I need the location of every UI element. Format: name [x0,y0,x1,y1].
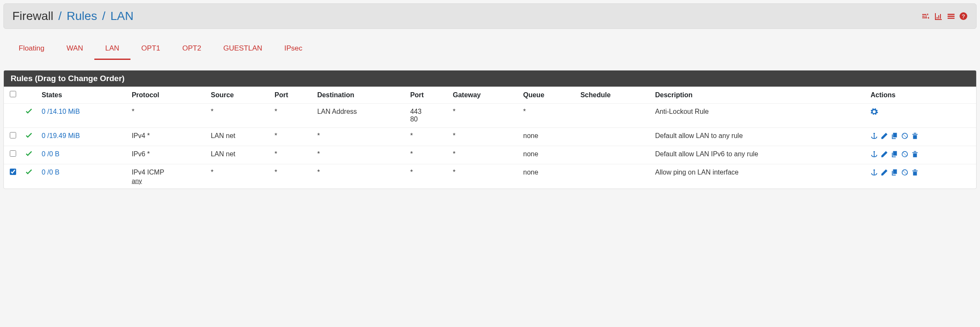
queue-cell: none [519,146,576,164]
table-row[interactable]: 0 /14.10 MiB***LAN Address44380**Anti-Lo… [4,104,976,128]
gateway-cell: * [448,146,519,164]
rules-table: StatesProtocolSourcePortDestinationPortG… [4,87,976,189]
dport-cell: * [406,146,448,164]
panel-title: Rules (Drag to Change Order) [4,70,976,87]
states-link[interactable]: 0 /0 B [42,150,59,158]
column-header: Port [406,87,448,104]
destination-cell: * [313,146,406,164]
pass-icon [25,169,33,176]
header-actions [921,12,968,20]
column-header [4,87,20,104]
pass-icon [25,150,33,158]
states-link[interactable]: 0 /0 B [42,169,59,176]
schedule-cell [576,164,651,189]
interface-tabs: FloatingWANLANOPT1OPT2GUESTLANIPsec [3,40,977,60]
breadcrumb-root: Firewall [12,9,53,23]
delete-icon[interactable] [911,150,919,158]
pass-icon [25,132,33,140]
destination-cell: LAN Address [313,104,406,128]
anchor-icon[interactable] [870,150,878,158]
description-cell: Allow ping on LAN interface [651,164,866,189]
dport-cell: * [406,164,448,189]
protocol-cell: IPv4 * [127,128,207,146]
sliders-icon[interactable] [921,12,929,20]
protocol-cell: * [127,104,207,128]
breadcrumb-lan[interactable]: LAN [110,9,133,23]
sport-cell: * [270,164,313,189]
dport-cell: 44380 [406,104,448,128]
edit-icon[interactable] [881,169,888,176]
destination-cell: * [313,128,406,146]
tab-floating[interactable]: Floating [8,40,55,60]
page-header: Firewall / Rules / LAN [3,3,977,29]
row-select-checkbox[interactable] [10,132,16,138]
settings-icon[interactable] [870,108,878,116]
column-header [20,87,37,104]
column-header: Destination [313,87,406,104]
tab-ipsec[interactable]: IPsec [273,40,314,60]
chart-icon[interactable] [934,12,942,20]
table-row[interactable]: 0 /0 BIPv6 *LAN net****noneDefault allow… [4,146,976,164]
pass-icon [25,108,33,116]
gateway-cell: * [448,164,519,189]
disable-icon[interactable] [901,150,909,158]
copy-icon[interactable] [891,132,898,140]
row-select-checkbox[interactable] [10,169,16,175]
schedule-cell [576,146,651,164]
sport-cell: * [270,146,313,164]
breadcrumb-rules[interactable]: Rules [67,9,97,23]
column-header: Queue [519,87,576,104]
column-header: Description [651,87,866,104]
edit-icon[interactable] [881,132,888,140]
delete-icon[interactable] [911,169,919,176]
dport-cell: * [406,128,448,146]
rules-panel: Rules (Drag to Change Order) StatesProto… [3,70,977,189]
column-header: Schedule [576,87,651,104]
edit-icon[interactable] [881,150,888,158]
schedule-cell [576,104,651,128]
sport-cell: * [270,104,313,128]
protocol-cell: IPv6 * [127,146,207,164]
column-header: Gateway [448,87,519,104]
breadcrumb: Firewall / Rules / LAN [12,9,133,23]
source-cell: LAN net [207,146,270,164]
column-header: Actions [866,87,976,104]
sport-cell: * [270,128,313,146]
description-cell: Default allow LAN to any rule [651,128,866,146]
source-cell: LAN net [207,128,270,146]
tab-wan[interactable]: WAN [55,40,94,60]
source-cell: * [207,104,270,128]
table-row[interactable]: 0 /19.49 MiBIPv4 *LAN net****noneDefault… [4,128,976,146]
column-header: Source [207,87,270,104]
gateway-cell: * [448,128,519,146]
copy-icon[interactable] [891,169,898,176]
anchor-icon[interactable] [870,169,878,176]
states-link[interactable]: 0 /14.10 MiB [42,108,80,115]
source-cell: * [207,164,270,189]
select-all-checkbox[interactable] [10,91,16,97]
copy-icon[interactable] [891,150,898,158]
disable-icon[interactable] [901,132,909,140]
states-link[interactable]: 0 /19.49 MiB [42,132,80,139]
row-select-checkbox[interactable] [10,150,16,157]
anchor-icon[interactable] [870,132,878,140]
help-icon[interactable] [959,12,968,20]
disable-icon[interactable] [901,169,909,176]
tab-guestlan[interactable]: GUESTLAN [212,40,273,60]
destination-cell: * [313,164,406,189]
description-cell: Default allow LAN IPv6 to any rule [651,146,866,164]
gateway-cell: * [448,104,519,128]
delete-icon[interactable] [911,132,919,140]
tab-opt1[interactable]: OPT1 [130,40,171,60]
column-header: Port [270,87,313,104]
list-icon[interactable] [946,12,955,20]
queue-cell: none [519,164,576,189]
column-header: Protocol [127,87,207,104]
column-header: States [37,87,127,104]
schedule-cell [576,128,651,146]
table-row[interactable]: 0 /0 BIPv4 ICMPany*****noneAllow ping on… [4,164,976,189]
tab-opt2[interactable]: OPT2 [171,40,212,60]
queue-cell: none [519,128,576,146]
tab-lan[interactable]: LAN [94,40,130,60]
protocol-cell: IPv4 ICMPany [127,164,207,189]
